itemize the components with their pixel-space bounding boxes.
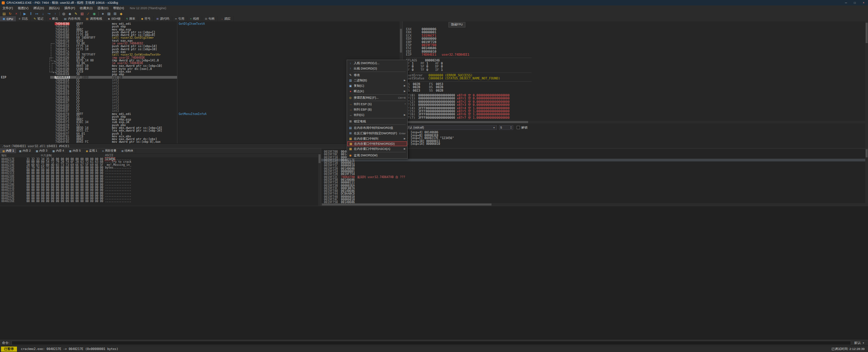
stack-row[interactable]: 0019F73000140686: [321, 178, 865, 181]
dump-panel[interactable]: ▦内存 1▦内存 2▦内存 3▦内存 4▦内存 5◉监视 1≡局部变量⊞结构体 …: [0, 148, 321, 206]
tab-watch1[interactable]: ◉监视 1: [83, 149, 100, 153]
maximize-button[interactable]: □: [850, 0, 859, 5]
stack-row[interactable]: 0019F74C80006010: [321, 198, 865, 201]
disasm-row[interactable]: 74D84F058945 FCmov dword ptr ss:[ebp-8],…: [0, 140, 400, 143]
registers-panel[interactable]: 隐藏FPU EAX00000006EBX00000001ECX53196CF1E…: [402, 21, 868, 148]
show-eip-icon[interactable]: ◎: [61, 11, 67, 16]
tab-handles[interactable]: ⊡句柄: [202, 16, 218, 21]
menu-file[interactable]: 文件(F): [0, 5, 15, 11]
run-to-user-code-icon[interactable]: ↦: [34, 11, 40, 16]
tab-locals[interactable]: ≡局部变量: [100, 149, 119, 153]
dump-vscrollbar[interactable]: [318, 154, 321, 206]
calling-convention-select[interactable]: 默认 (stdcall) ▼: [405, 125, 497, 130]
context-menu-item-follow-ebp[interactable]: →转到 EBP (B): [347, 107, 407, 112]
context-menu-item-find-pattern[interactable]: ◎搜索匹配特征(F)...Ctrl+B: [347, 95, 407, 100]
menu-view[interactable]: 视图(V): [15, 5, 31, 11]
tab-symbols[interactable]: ◆符号: [138, 16, 154, 21]
stack-row[interactable]: 0019F72C74D647AB返回到 user32.74D647AB 自 ??…: [321, 176, 865, 178]
context-menu-item-breakpoint[interactable]: ●断点(K)▶: [347, 89, 407, 94]
menu-debug[interactable]: 调试(D): [31, 5, 46, 11]
registers-hscrollbar[interactable]: [403, 121, 865, 123]
stack-row[interactable]: 0019F72400000001: [321, 170, 865, 173]
segment-row[interactable]: CS0023SS002B: [406, 89, 542, 92]
context-menu-item-follow-dword-dump[interactable]: ▦在内存窗口中转到DWORD(D): [347, 141, 407, 146]
context-menu-item-watch-dword[interactable]: ◉监视 DWORD(W): [347, 153, 407, 158]
highlighter-icon[interactable]: ∕: [85, 11, 91, 16]
close-button[interactable]: ×: [859, 0, 868, 5]
menu-trace[interactable]: 跟踪(A): [46, 5, 62, 11]
hide-fpu-button[interactable]: 隐藏FPU: [448, 22, 465, 27]
context-menu-item-push-dword[interactable]: ↓入栈 DWORD(U)...: [347, 60, 407, 66]
stack-row[interactable]: 0019F744DCBAABCD: [321, 192, 865, 195]
stack-row[interactable]: 0019F73C000C087A: [321, 187, 865, 190]
edit-icon[interactable]: ✎: [73, 11, 79, 16]
segment-row[interactable]: GS002BFS0053: [406, 83, 542, 86]
stack-row[interactable]: 0019F72000140686: [321, 167, 865, 170]
tab-breakpoints[interactable]: ●断点: [46, 16, 61, 21]
tab-dump1[interactable]: ▦内存 1: [0, 149, 17, 153]
context-menu-item-freeze-stack[interactable]: ⊠锁定堆栈: [347, 119, 407, 124]
tab-threads[interactable]: »线程: [187, 16, 202, 21]
menu-help[interactable]: 帮助(H): [111, 5, 127, 11]
pause-icon[interactable]: ‖: [28, 11, 34, 16]
context-menu-item-follow-esp[interactable]: →转到 ESP (S)*: [347, 101, 407, 107]
register-eip[interactable]: EIP74D84EE1user32.74D84EE1: [406, 53, 542, 56]
args-unlock-checkbox[interactable]: 解锁: [517, 125, 527, 130]
context-menu-item-copy[interactable]: ▣复制(C)▶: [347, 83, 407, 89]
segment-row[interactable]: ES002BDS002B: [406, 86, 542, 89]
command-input[interactable]: [12, 341, 851, 345]
stack-row[interactable]: 0019F71800000011: [321, 161, 865, 164]
disassembly-panel[interactable]: 74D84EB08BFFmov edi,ediGetDlgItemTextA74…: [0, 21, 402, 143]
step-into-icon[interactable]: ↓: [40, 11, 46, 16]
tab-call-stack[interactable]: ▥调用堆栈: [83, 16, 105, 21]
context-menu-item-binary[interactable]: ▥二进制(B)▶: [347, 78, 407, 83]
minimize-button[interactable]: ─: [842, 0, 850, 5]
last-status[interactable]: LastStatusC0000034 (STATUS_OBJECT_NAME_N…: [406, 77, 542, 80]
stack-row[interactable]: 0019F74880006010: [321, 195, 865, 198]
patch-icon[interactable]: ▧: [79, 11, 85, 16]
tab-dump5[interactable]: ▦内存 5: [67, 149, 83, 153]
appearance-icon[interactable]: ▨: [106, 11, 112, 16]
restart-icon[interactable]: ↻: [7, 11, 13, 16]
args-depth-spinner[interactable]: 5 ▲▼: [499, 125, 513, 130]
stack-row[interactable]: 0019F71C80006010: [321, 164, 865, 167]
context-menu-item-follow-dword-disasm[interactable]: ⊞在反汇编中转到指定DWORD(F)Enter: [347, 131, 407, 136]
argument-row[interactable]: 5: [esp+14] 80006010: [405, 142, 454, 145]
trace-coverage-icon[interactable]: ◉: [91, 11, 97, 16]
tab-references[interactable]: ∞引用: [172, 16, 188, 21]
menu-favourites[interactable]: 收藏夹(I): [77, 5, 95, 11]
run-icon[interactable]: ▶: [22, 11, 28, 16]
open-file-icon[interactable]: ▤: [1, 11, 7, 16]
execute-till-return-icon[interactable]: ↑: [52, 11, 58, 16]
tab-log[interactable]: ≡日志: [16, 16, 31, 21]
stack-hscrollbar[interactable]: [321, 203, 865, 206]
settings-icon[interactable]: ∗: [100, 11, 106, 16]
context-menu-item-pop-dword[interactable]: ↑出栈 DWORD(O): [347, 66, 407, 71]
stack-vscrollbar[interactable]: [865, 149, 868, 206]
tab-cpu[interactable]: ▣CPU: [0, 16, 16, 21]
context-menu-item-follow-dword-memory-map[interactable]: ▤在内存布局中转到DWORD值: [347, 125, 407, 131]
context-menu-item-follow-in-dump[interactable]: ▦在内存窗口中转到▶: [347, 136, 407, 141]
command-profile-select[interactable]: 默认 ▼: [854, 341, 868, 345]
context-menu-item-follow-ascii-dump[interactable]: ▦在内存窗口中转到ASCII(A)▶: [347, 146, 407, 152]
menu-plugins[interactable]: 插件(P): [62, 5, 78, 11]
stack-row[interactable]: 0019F7140040217E: [321, 159, 865, 161]
tab-trace[interactable]: →跟踪: [218, 16, 234, 21]
tab-notes[interactable]: ✎笔记: [31, 16, 46, 21]
stack-row[interactable]: 0019F74000140686: [321, 190, 865, 192]
context-menu-item-goto[interactable]: →转到(G)▶: [347, 112, 407, 118]
tab-source[interactable]: ⊞源代码: [154, 16, 172, 21]
tab-seh[interactable]: ◈SEH链: [105, 16, 124, 21]
calculator-icon[interactable]: ⊞: [112, 11, 118, 16]
tab-dump3[interactable]: ▦内存 3: [33, 149, 50, 153]
registers-vscrollbar[interactable]: [865, 21, 868, 148]
context-menu-item-modify[interactable]: ✎修改: [347, 72, 407, 78]
stack-row[interactable]: 0019F738000003EA: [321, 184, 865, 187]
step-over-icon[interactable]: ↪: [46, 11, 52, 16]
stop-icon[interactable]: ×: [13, 11, 19, 16]
tab-struct[interactable]: ⊞结构体: [119, 149, 136, 153]
graph-icon[interactable]: ◈: [67, 11, 73, 16]
favourites-icon[interactable]: ◆: [118, 11, 124, 16]
dump-row[interactable]: 0040226E00 00 00 00 00 00 00 00 00 00 00…: [0, 200, 318, 203]
stack-row[interactable]: 0019F73400000111: [321, 181, 865, 184]
